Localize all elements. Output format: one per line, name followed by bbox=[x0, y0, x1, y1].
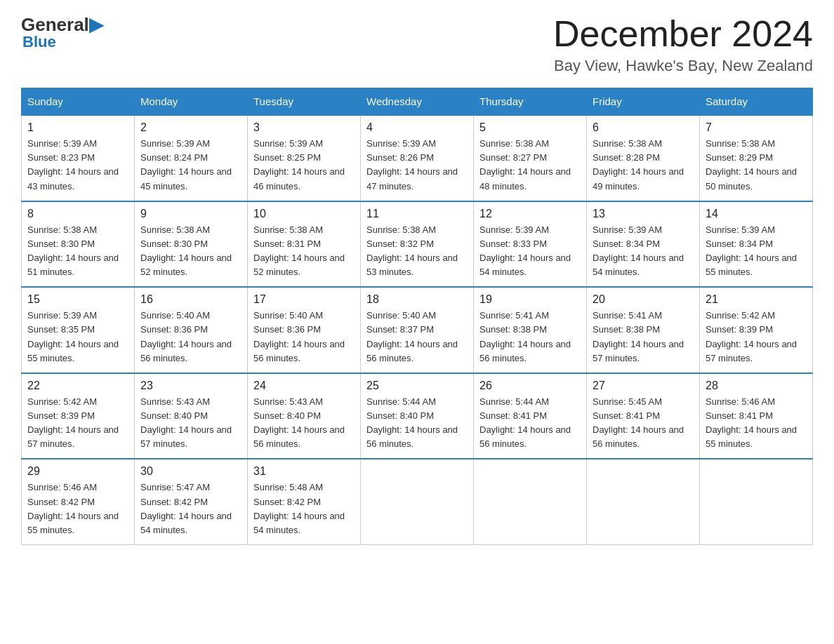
calendar-cell: 29 Sunrise: 5:46 AM Sunset: 8:42 PM Dayl… bbox=[22, 459, 135, 544]
title-area: December 2024 Bay View, Hawke's Bay, New… bbox=[553, 14, 813, 75]
day-number: 18 bbox=[366, 293, 468, 306]
calendar-cell bbox=[361, 459, 474, 544]
day-info: Sunrise: 5:38 AM Sunset: 8:28 PM Dayligh… bbox=[593, 137, 694, 194]
day-info: Sunrise: 5:38 AM Sunset: 8:30 PM Dayligh… bbox=[27, 223, 128, 280]
day-info: Sunrise: 5:39 AM Sunset: 8:34 PM Dayligh… bbox=[706, 223, 807, 280]
calendar-week-row-2: 8 Sunrise: 5:38 AM Sunset: 8:30 PM Dayli… bbox=[22, 201, 813, 288]
day-info: Sunrise: 5:44 AM Sunset: 8:41 PM Dayligh… bbox=[479, 395, 581, 452]
calendar-cell: 23 Sunrise: 5:43 AM Sunset: 8:40 PM Dayl… bbox=[135, 373, 248, 459]
location-title: Bay View, Hawke's Bay, New Zealand bbox=[553, 57, 813, 75]
day-info: Sunrise: 5:40 AM Sunset: 8:37 PM Dayligh… bbox=[366, 309, 468, 365]
day-number: 7 bbox=[706, 121, 807, 134]
calendar-cell bbox=[700, 459, 813, 544]
calendar-week-row-4: 22 Sunrise: 5:42 AM Sunset: 8:39 PM Dayl… bbox=[22, 373, 813, 459]
day-info: Sunrise: 5:39 AM Sunset: 8:33 PM Dayligh… bbox=[479, 223, 581, 280]
day-number: 9 bbox=[140, 208, 241, 220]
calendar-cell: 24 Sunrise: 5:43 AM Sunset: 8:40 PM Dayl… bbox=[248, 373, 361, 459]
day-info: Sunrise: 5:38 AM Sunset: 8:32 PM Dayligh… bbox=[366, 223, 468, 280]
day-info: Sunrise: 5:38 AM Sunset: 8:27 PM Dayligh… bbox=[479, 137, 581, 194]
logo-blue-text: ▶ bbox=[89, 14, 103, 36]
calendar-cell: 18 Sunrise: 5:40 AM Sunset: 8:37 PM Dayl… bbox=[361, 287, 474, 373]
header-wednesday: Wednesday bbox=[361, 88, 474, 116]
calendar-cell bbox=[474, 459, 587, 544]
calendar-cell: 15 Sunrise: 5:39 AM Sunset: 8:35 PM Dayl… bbox=[22, 287, 135, 373]
day-number: 27 bbox=[593, 380, 694, 392]
day-number: 26 bbox=[479, 380, 581, 392]
header-sunday: Sunday bbox=[22, 88, 135, 116]
day-number: 8 bbox=[27, 208, 128, 220]
day-number: 12 bbox=[479, 208, 581, 220]
calendar-cell: 26 Sunrise: 5:44 AM Sunset: 8:41 PM Dayl… bbox=[474, 373, 587, 459]
calendar-cell: 8 Sunrise: 5:38 AM Sunset: 8:30 PM Dayli… bbox=[22, 201, 135, 288]
day-info: Sunrise: 5:39 AM Sunset: 8:34 PM Dayligh… bbox=[593, 223, 694, 280]
header-friday: Friday bbox=[587, 88, 700, 116]
calendar-cell: 7 Sunrise: 5:38 AM Sunset: 8:29 PM Dayli… bbox=[700, 115, 813, 201]
logo: General ▶ Blue bbox=[21, 14, 103, 51]
day-number: 1 bbox=[27, 121, 128, 134]
day-info: Sunrise: 5:40 AM Sunset: 8:36 PM Dayligh… bbox=[253, 309, 355, 365]
page-header: General ▶ Blue December 2024 Bay View, H… bbox=[21, 14, 813, 75]
day-number: 28 bbox=[706, 380, 807, 392]
header-saturday: Saturday bbox=[700, 88, 813, 116]
day-number: 6 bbox=[593, 121, 694, 134]
day-info: Sunrise: 5:45 AM Sunset: 8:41 PM Dayligh… bbox=[593, 395, 694, 452]
calendar-week-row-5: 29 Sunrise: 5:46 AM Sunset: 8:42 PM Dayl… bbox=[22, 459, 813, 544]
header-monday: Monday bbox=[135, 88, 248, 116]
calendar-cell: 16 Sunrise: 5:40 AM Sunset: 8:36 PM Dayl… bbox=[135, 287, 248, 373]
day-info: Sunrise: 5:38 AM Sunset: 8:31 PM Dayligh… bbox=[253, 223, 355, 280]
calendar-cell: 10 Sunrise: 5:38 AM Sunset: 8:31 PM Dayl… bbox=[248, 201, 361, 288]
calendar-cell bbox=[587, 459, 700, 544]
calendar-cell: 28 Sunrise: 5:46 AM Sunset: 8:41 PM Dayl… bbox=[700, 373, 813, 459]
day-number: 15 bbox=[27, 293, 128, 306]
calendar-cell: 31 Sunrise: 5:48 AM Sunset: 8:42 PM Dayl… bbox=[248, 459, 361, 544]
day-info: Sunrise: 5:39 AM Sunset: 8:23 PM Dayligh… bbox=[27, 137, 128, 194]
day-info: Sunrise: 5:43 AM Sunset: 8:40 PM Dayligh… bbox=[253, 395, 355, 452]
day-info: Sunrise: 5:38 AM Sunset: 8:30 PM Dayligh… bbox=[140, 223, 241, 280]
day-info: Sunrise: 5:48 AM Sunset: 8:42 PM Dayligh… bbox=[253, 481, 355, 537]
day-number: 23 bbox=[140, 380, 241, 392]
calendar-cell: 25 Sunrise: 5:44 AM Sunset: 8:40 PM Dayl… bbox=[361, 373, 474, 459]
day-number: 31 bbox=[253, 465, 355, 478]
day-info: Sunrise: 5:40 AM Sunset: 8:36 PM Dayligh… bbox=[140, 309, 241, 365]
month-title: December 2024 bbox=[553, 14, 813, 54]
calendar-table: Sunday Monday Tuesday Wednesday Thursday… bbox=[21, 88, 813, 545]
calendar-cell: 3 Sunrise: 5:39 AM Sunset: 8:25 PM Dayli… bbox=[248, 115, 361, 201]
day-number: 24 bbox=[253, 380, 355, 392]
day-info: Sunrise: 5:44 AM Sunset: 8:40 PM Dayligh… bbox=[366, 395, 468, 452]
day-info: Sunrise: 5:39 AM Sunset: 8:25 PM Dayligh… bbox=[253, 137, 355, 194]
day-info: Sunrise: 5:46 AM Sunset: 8:41 PM Dayligh… bbox=[706, 395, 807, 452]
calendar-cell: 1 Sunrise: 5:39 AM Sunset: 8:23 PM Dayli… bbox=[22, 115, 135, 201]
day-number: 16 bbox=[140, 293, 241, 306]
calendar-cell: 5 Sunrise: 5:38 AM Sunset: 8:27 PM Dayli… bbox=[474, 115, 587, 201]
calendar-week-row-3: 15 Sunrise: 5:39 AM Sunset: 8:35 PM Dayl… bbox=[22, 287, 813, 373]
day-number: 13 bbox=[593, 208, 694, 220]
day-number: 30 bbox=[140, 465, 241, 478]
day-info: Sunrise: 5:43 AM Sunset: 8:40 PM Dayligh… bbox=[140, 395, 241, 452]
logo-blue-subtitle: Blue bbox=[22, 33, 56, 51]
day-number: 14 bbox=[706, 208, 807, 220]
day-number: 17 bbox=[253, 293, 355, 306]
day-info: Sunrise: 5:41 AM Sunset: 8:38 PM Dayligh… bbox=[479, 309, 581, 365]
day-info: Sunrise: 5:39 AM Sunset: 8:24 PM Dayligh… bbox=[140, 137, 241, 194]
day-number: 22 bbox=[27, 380, 128, 392]
day-number: 20 bbox=[593, 293, 694, 306]
header-tuesday: Tuesday bbox=[248, 88, 361, 116]
calendar-cell: 30 Sunrise: 5:47 AM Sunset: 8:42 PM Dayl… bbox=[135, 459, 248, 544]
day-info: Sunrise: 5:42 AM Sunset: 8:39 PM Dayligh… bbox=[706, 309, 807, 365]
day-number: 21 bbox=[706, 293, 807, 306]
header-thursday: Thursday bbox=[474, 88, 587, 116]
calendar-cell: 17 Sunrise: 5:40 AM Sunset: 8:36 PM Dayl… bbox=[248, 287, 361, 373]
day-number: 4 bbox=[366, 121, 468, 134]
calendar-cell: 21 Sunrise: 5:42 AM Sunset: 8:39 PM Dayl… bbox=[700, 287, 813, 373]
calendar-cell: 4 Sunrise: 5:39 AM Sunset: 8:26 PM Dayli… bbox=[361, 115, 474, 201]
calendar-cell: 2 Sunrise: 5:39 AM Sunset: 8:24 PM Dayli… bbox=[135, 115, 248, 201]
calendar-cell: 6 Sunrise: 5:38 AM Sunset: 8:28 PM Dayli… bbox=[587, 115, 700, 201]
day-number: 29 bbox=[27, 465, 128, 478]
calendar-cell: 12 Sunrise: 5:39 AM Sunset: 8:33 PM Dayl… bbox=[474, 201, 587, 288]
day-number: 10 bbox=[253, 208, 355, 220]
calendar-header-row: Sunday Monday Tuesday Wednesday Thursday… bbox=[22, 88, 813, 116]
day-info: Sunrise: 5:39 AM Sunset: 8:35 PM Dayligh… bbox=[27, 309, 128, 365]
calendar-cell: 27 Sunrise: 5:45 AM Sunset: 8:41 PM Dayl… bbox=[587, 373, 700, 459]
day-info: Sunrise: 5:47 AM Sunset: 8:42 PM Dayligh… bbox=[140, 481, 241, 537]
calendar-cell: 20 Sunrise: 5:41 AM Sunset: 8:38 PM Dayl… bbox=[587, 287, 700, 373]
